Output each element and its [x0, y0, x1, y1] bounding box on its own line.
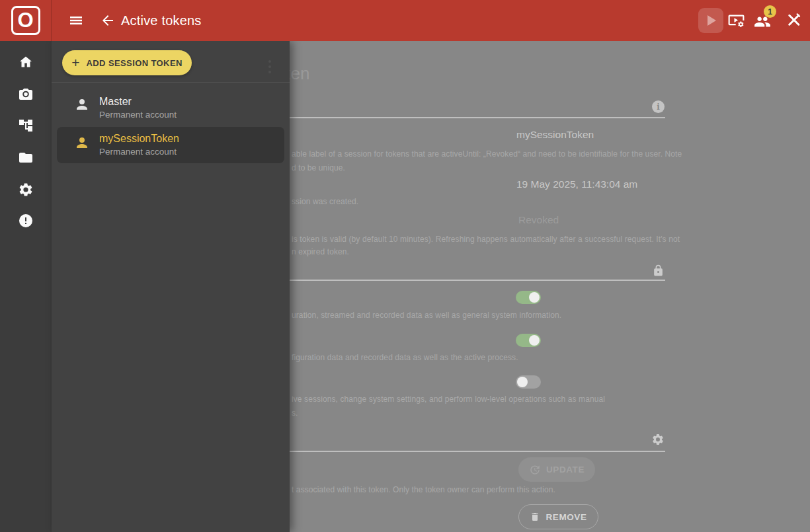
plus-icon: +: [71, 56, 79, 69]
toggle-knob: [529, 335, 540, 346]
lock-icon: [652, 264, 665, 277]
person-icon: [74, 96, 90, 112]
toggle-knob: [529, 292, 540, 303]
admin-access-helper-line1: ive sessions, change system settings, an…: [292, 395, 605, 404]
mini-sidebar: [0, 41, 52, 532]
token-list-item-master[interactable]: Master Permanent account: [52, 89, 290, 127]
active-until-helper-line1: is token is valid (by default 10 minutes…: [292, 235, 680, 244]
write-access-toggle[interactable]: [516, 334, 541, 347]
created-helper: ssion was created.: [292, 197, 358, 206]
read-access-toggle[interactable]: [516, 291, 541, 304]
toggle-knob: [517, 377, 528, 387]
notification-badge: 1: [764, 5, 776, 18]
admin-access-helper-line2: s.: [292, 408, 298, 418]
app-header: O Active tokens 1: [0, 0, 810, 41]
app-window: mySessionToken i mySessionToken able lab…: [0, 0, 810, 532]
active-until-value: Revoked: [518, 214, 559, 226]
update-icon: [529, 464, 541, 476]
page-title: Active tokens: [121, 0, 202, 41]
tools-icon[interactable]: [785, 11, 803, 29]
tokens-drawer: + ADD SESSION TOKEN Master Permanent acc…: [52, 41, 290, 532]
settings-icon[interactable]: [18, 182, 34, 198]
info-icon[interactable]: i: [652, 100, 665, 113]
camera-icon[interactable]: [18, 86, 34, 102]
device-tree-icon[interactable]: [18, 118, 34, 133]
add-session-token-button[interactable]: + ADD SESSION TOKEN: [62, 50, 192, 75]
active-until-helper-line2: n expired token.: [292, 247, 349, 256]
play-button[interactable]: [698, 8, 723, 33]
drawer-divider: [52, 82, 290, 83]
token-label-value: mySessionToken: [516, 129, 594, 141]
gear-suffix-icon[interactable]: [651, 433, 665, 446]
back-arrow-icon[interactable]: [100, 13, 116, 28]
trash-icon: [530, 512, 540, 522]
folder-icon[interactable]: [18, 149, 34, 165]
app-logo: O: [0, 0, 52, 41]
remove-button[interactable]: REMOVE: [518, 504, 598, 529]
label-helper-line2: d to be unique.: [292, 163, 345, 172]
token-list-item-mysessiontoken[interactable]: mySessionToken Permanent account: [52, 127, 290, 163]
drawer-menu-icon[interactable]: [264, 56, 275, 78]
created-value: 19 May 2025, 11:43:04 am: [516, 178, 637, 190]
read-access-helper: uration, streamed and recorded data as w…: [292, 311, 561, 320]
screencast-settings-icon[interactable]: [727, 12, 745, 30]
write-access-helper: figuration data and recorded data as wel…: [292, 353, 518, 362]
label-helper-line1: able label of a session for tokens that …: [292, 149, 682, 159]
update-button[interactable]: UPDATE: [518, 457, 595, 482]
admin-access-toggle[interactable]: [516, 375, 541, 389]
play-icon: [708, 15, 716, 26]
alert-icon[interactable]: [18, 213, 34, 229]
hamburger-icon[interactable]: [68, 13, 84, 28]
home-icon[interactable]: [18, 54, 34, 70]
remove-helper: t associated with this token. Only the t…: [292, 485, 555, 494]
person-icon: [74, 135, 90, 151]
